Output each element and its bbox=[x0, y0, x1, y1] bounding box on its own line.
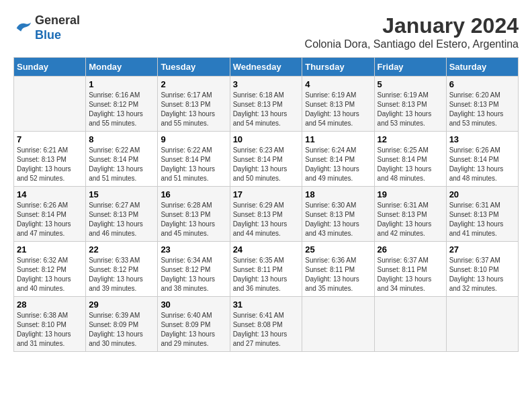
page-header: General Blue January 2024 Colonia Dora, … bbox=[13, 13, 519, 50]
calendar-week-1: 1Sunrise: 6:16 AMSunset: 8:12 PMDaylight… bbox=[14, 77, 519, 132]
day-info: Sunrise: 6:18 AMSunset: 8:13 PMDaylight:… bbox=[233, 91, 300, 128]
calendar-cell: 30Sunrise: 6:40 AMSunset: 8:09 PMDayligh… bbox=[158, 297, 230, 352]
page-title: January 2024 bbox=[305, 13, 519, 38]
calendar-cell: 20Sunrise: 6:31 AMSunset: 8:13 PMDayligh… bbox=[446, 187, 518, 242]
day-info: Sunrise: 6:31 AMSunset: 8:13 PMDaylight:… bbox=[378, 201, 443, 238]
day-number: 16 bbox=[161, 189, 226, 199]
day-info: Sunrise: 6:26 AMSunset: 8:14 PMDaylight:… bbox=[17, 201, 83, 238]
day-number: 6 bbox=[449, 79, 515, 89]
calendar-cell: 3Sunrise: 6:18 AMSunset: 8:13 PMDaylight… bbox=[230, 77, 302, 132]
calendar-cell: 13Sunrise: 6:26 AMSunset: 8:14 PMDayligh… bbox=[446, 132, 518, 187]
day-number: 8 bbox=[89, 134, 154, 144]
day-number: 11 bbox=[305, 134, 371, 144]
calendar-cell: 22Sunrise: 6:33 AMSunset: 8:12 PMDayligh… bbox=[86, 242, 158, 297]
calendar-cell: 11Sunrise: 6:24 AMSunset: 8:14 PMDayligh… bbox=[302, 132, 374, 187]
header-tuesday: Tuesday bbox=[158, 58, 230, 77]
calendar-cell: 8Sunrise: 6:22 AMSunset: 8:14 PMDaylight… bbox=[86, 132, 158, 187]
day-number: 26 bbox=[378, 244, 443, 255]
day-info: Sunrise: 6:30 AMSunset: 8:13 PMDaylight:… bbox=[305, 201, 371, 238]
day-number: 14 bbox=[17, 189, 83, 199]
calendar-cell: 4Sunrise: 6:19 AMSunset: 8:13 PMDaylight… bbox=[302, 77, 374, 132]
calendar-table: SundayMondayTuesdayWednesdayThursdayFrid… bbox=[13, 57, 519, 352]
calendar-cell: 19Sunrise: 6:31 AMSunset: 8:13 PMDayligh… bbox=[374, 187, 446, 242]
calendar-cell: 15Sunrise: 6:27 AMSunset: 8:13 PMDayligh… bbox=[86, 187, 158, 242]
calendar-cell: 21Sunrise: 6:32 AMSunset: 8:12 PMDayligh… bbox=[14, 242, 86, 297]
calendar-cell: 12Sunrise: 6:25 AMSunset: 8:14 PMDayligh… bbox=[374, 132, 446, 187]
day-number: 29 bbox=[89, 300, 154, 310]
header-friday: Friday bbox=[374, 58, 446, 77]
calendar-cell: 26Sunrise: 6:37 AMSunset: 8:11 PMDayligh… bbox=[374, 242, 446, 297]
header-sunday: Sunday bbox=[14, 58, 86, 77]
calendar-cell bbox=[446, 297, 518, 352]
day-number: 1 bbox=[89, 79, 154, 89]
day-number: 10 bbox=[233, 134, 300, 144]
calendar-cell: 17Sunrise: 6:29 AMSunset: 8:13 PMDayligh… bbox=[230, 187, 302, 242]
calendar-cell: 6Sunrise: 6:20 AMSunset: 8:13 PMDaylight… bbox=[446, 77, 518, 132]
day-info: Sunrise: 6:24 AMSunset: 8:14 PMDaylight:… bbox=[305, 146, 371, 183]
day-info: Sunrise: 6:28 AMSunset: 8:13 PMDaylight:… bbox=[161, 201, 226, 238]
calendar-cell: 5Sunrise: 6:19 AMSunset: 8:13 PMDaylight… bbox=[374, 77, 446, 132]
day-number: 20 bbox=[449, 189, 515, 199]
header-monday: Monday bbox=[86, 58, 158, 77]
day-number: 27 bbox=[449, 244, 515, 255]
calendar-cell: 10Sunrise: 6:23 AMSunset: 8:14 PMDayligh… bbox=[230, 132, 302, 187]
logo-text: General Blue bbox=[35, 13, 80, 42]
day-info: Sunrise: 6:27 AMSunset: 8:13 PMDaylight:… bbox=[89, 201, 154, 238]
day-info: Sunrise: 6:25 AMSunset: 8:14 PMDaylight:… bbox=[378, 146, 443, 183]
day-info: Sunrise: 6:31 AMSunset: 8:13 PMDaylight:… bbox=[449, 201, 515, 238]
header-thursday: Thursday bbox=[302, 58, 374, 77]
day-info: Sunrise: 6:19 AMSunset: 8:13 PMDaylight:… bbox=[305, 91, 371, 128]
calendar-week-2: 7Sunrise: 6:21 AMSunset: 8:13 PMDaylight… bbox=[14, 132, 519, 187]
day-info: Sunrise: 6:35 AMSunset: 8:11 PMDaylight:… bbox=[233, 256, 300, 293]
day-number: 19 bbox=[378, 189, 443, 199]
logo: General Blue bbox=[13, 13, 80, 42]
calendar-cell: 27Sunrise: 6:37 AMSunset: 8:10 PMDayligh… bbox=[446, 242, 518, 297]
day-number: 12 bbox=[378, 134, 443, 144]
day-info: Sunrise: 6:41 AMSunset: 8:08 PMDaylight:… bbox=[233, 311, 300, 349]
day-info: Sunrise: 6:16 AMSunset: 8:12 PMDaylight:… bbox=[89, 91, 154, 128]
header-saturday: Saturday bbox=[446, 58, 518, 77]
logo-bird-icon bbox=[13, 19, 32, 38]
day-info: Sunrise: 6:20 AMSunset: 8:13 PMDaylight:… bbox=[449, 91, 515, 128]
day-info: Sunrise: 6:21 AMSunset: 8:13 PMDaylight:… bbox=[17, 146, 83, 183]
page-subtitle: Colonia Dora, Santiago del Estero, Argen… bbox=[305, 38, 519, 50]
day-number: 31 bbox=[233, 300, 300, 310]
day-number: 22 bbox=[89, 244, 154, 255]
day-info: Sunrise: 6:29 AMSunset: 8:13 PMDaylight:… bbox=[233, 201, 300, 238]
day-info: Sunrise: 6:34 AMSunset: 8:12 PMDaylight:… bbox=[161, 256, 226, 293]
day-info: Sunrise: 6:26 AMSunset: 8:14 PMDaylight:… bbox=[449, 146, 515, 183]
day-number: 24 bbox=[233, 244, 300, 255]
day-number: 3 bbox=[233, 79, 300, 89]
day-number: 28 bbox=[17, 300, 83, 310]
day-info: Sunrise: 6:32 AMSunset: 8:12 PMDaylight:… bbox=[17, 256, 83, 293]
calendar-cell: 25Sunrise: 6:36 AMSunset: 8:11 PMDayligh… bbox=[302, 242, 374, 297]
title-block: January 2024 Colonia Dora, Santiago del … bbox=[305, 13, 519, 50]
calendar-cell: 29Sunrise: 6:39 AMSunset: 8:09 PMDayligh… bbox=[86, 297, 158, 352]
day-number: 23 bbox=[161, 244, 226, 255]
day-info: Sunrise: 6:33 AMSunset: 8:12 PMDaylight:… bbox=[89, 256, 154, 293]
calendar-week-4: 21Sunrise: 6:32 AMSunset: 8:12 PMDayligh… bbox=[14, 242, 519, 297]
calendar-cell: 1Sunrise: 6:16 AMSunset: 8:12 PMDaylight… bbox=[86, 77, 158, 132]
day-number: 15 bbox=[89, 189, 154, 199]
day-number: 5 bbox=[378, 79, 443, 89]
calendar-cell: 14Sunrise: 6:26 AMSunset: 8:14 PMDayligh… bbox=[14, 187, 86, 242]
day-info: Sunrise: 6:40 AMSunset: 8:09 PMDaylight:… bbox=[161, 311, 226, 349]
calendar-header-row: SundayMondayTuesdayWednesdayThursdayFrid… bbox=[14, 58, 519, 77]
day-number: 13 bbox=[449, 134, 515, 144]
calendar-cell: 31Sunrise: 6:41 AMSunset: 8:08 PMDayligh… bbox=[230, 297, 302, 352]
calendar-cell bbox=[302, 297, 374, 352]
day-info: Sunrise: 6:22 AMSunset: 8:14 PMDaylight:… bbox=[161, 146, 226, 183]
calendar-week-5: 28Sunrise: 6:38 AMSunset: 8:10 PMDayligh… bbox=[14, 297, 519, 352]
calendar-week-3: 14Sunrise: 6:26 AMSunset: 8:14 PMDayligh… bbox=[14, 187, 519, 242]
calendar-cell: 18Sunrise: 6:30 AMSunset: 8:13 PMDayligh… bbox=[302, 187, 374, 242]
day-number: 7 bbox=[17, 134, 83, 144]
day-info: Sunrise: 6:36 AMSunset: 8:11 PMDaylight:… bbox=[305, 256, 371, 293]
calendar-cell: 7Sunrise: 6:21 AMSunset: 8:13 PMDaylight… bbox=[14, 132, 86, 187]
day-info: Sunrise: 6:37 AMSunset: 8:10 PMDaylight:… bbox=[449, 256, 515, 293]
day-number: 25 bbox=[305, 244, 371, 255]
calendar-cell bbox=[14, 77, 86, 132]
day-number: 4 bbox=[305, 79, 371, 89]
day-number: 30 bbox=[161, 300, 226, 310]
calendar-cell: 2Sunrise: 6:17 AMSunset: 8:13 PMDaylight… bbox=[158, 77, 230, 132]
calendar-cell: 9Sunrise: 6:22 AMSunset: 8:14 PMDaylight… bbox=[158, 132, 230, 187]
